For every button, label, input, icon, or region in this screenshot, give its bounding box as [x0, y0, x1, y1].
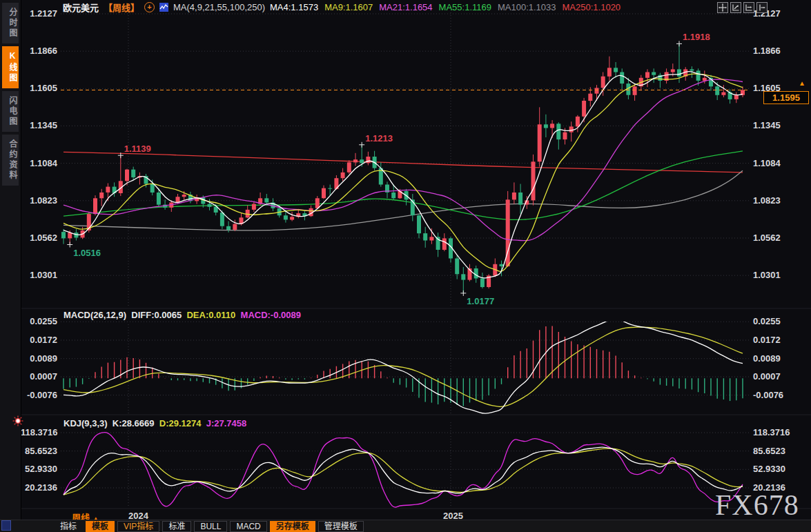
- sidebar-tab-3[interactable]: 闪电图: [2, 91, 19, 132]
- price-axis-label: 1.0562: [21, 233, 57, 243]
- price-axis-label: 1.1084: [753, 158, 781, 168]
- kdj-j-value: J:27.7458: [206, 418, 247, 428]
- macd-axis-label: -0.0076: [753, 390, 783, 400]
- mini-chart-icon: [159, 3, 168, 12]
- ma-value: MA9:1.1607: [324, 2, 373, 12]
- sidebar-tab-4[interactable]: 合约资料: [2, 135, 19, 186]
- current-price-tag: 1.1595: [763, 91, 809, 104]
- chart-canvas[interactable]: [0, 0, 811, 514]
- macd-axis-label: 0.0007: [753, 371, 781, 382]
- macd-macd-value: MACD:-0.0089: [241, 310, 301, 320]
- bottom-tab[interactable]: BULL: [194, 521, 227, 532]
- price-axis-label: 1.0301: [753, 270, 781, 280]
- kdj-axis-label: 118.3716: [753, 427, 790, 437]
- price-annotation: 1.0177: [467, 296, 494, 306]
- ma-value: MA21:1.1654: [379, 2, 432, 12]
- timeframe-label: 【周线】: [104, 1, 139, 14]
- macd-axis-label: 0.0255: [21, 316, 57, 326]
- ma-value: MA55:1.1169: [439, 2, 491, 12]
- move-price-line-icon[interactable]: [756, 2, 768, 13]
- macd-axis-label: -0.0076: [21, 390, 57, 400]
- add-indicator-icon[interactable]: +: [144, 2, 155, 12]
- chart-application: 分时图K线图闪电图合约资料 欧元美元 【周线】 + MA(4,9,21,55,1…: [0, 0, 811, 532]
- price-annotation: 1.1918: [683, 32, 710, 42]
- macd-axis-label: 0.0089: [21, 353, 57, 364]
- ma-value: MA250:1.1020: [563, 2, 621, 12]
- ma-value: MA4:1.1573: [270, 2, 318, 12]
- macd-title: MACD(26,12,9): [63, 310, 126, 320]
- price-axis-label: 1.1866: [753, 46, 781, 56]
- price-axis-label: 1.1866: [21, 46, 57, 56]
- price-axis-label: 1.1345: [21, 120, 57, 130]
- price-axis-label: 1.0301: [21, 270, 57, 280]
- kdj-d-value: D:29.1274: [159, 418, 202, 428]
- price-axis-label: 1.1084: [21, 158, 57, 168]
- kdj-axis-label: 118.3716: [21, 427, 57, 437]
- macd-axis-label: 0.0089: [753, 353, 781, 364]
- bottom-tab[interactable]: 另存模板: [270, 521, 315, 532]
- bottom-tab[interactable]: VIP指标: [117, 521, 159, 532]
- price-annotation: 1.1139: [124, 144, 151, 154]
- bottom-tab[interactable]: 管理模板: [318, 521, 364, 532]
- kdj-axis-label: 85.6523: [753, 446, 785, 456]
- chart-header: 欧元美元 【周线】 + MA(4,9,21,55,100,250) MA4:1.…: [63, 1, 627, 13]
- sidebar: 分时图K线图闪电图合约资料: [0, 0, 21, 532]
- price-annotation: 1.1213: [365, 133, 393, 144]
- pane-toolbar: [717, 2, 768, 13]
- kdj-axis-label: 20.2136: [21, 482, 57, 493]
- ma-value: MA100:1.1033: [498, 2, 556, 12]
- ma-values: MA4:1.1573MA9:1.1607MA21:1.1654MA55:1.11…: [270, 2, 627, 12]
- kdj-axis-label: 52.9330: [21, 464, 57, 474]
- price-axis-label: 1.1605: [21, 83, 57, 93]
- watermark: FX678: [715, 489, 799, 522]
- scale-x-axis-icon[interactable]: [743, 2, 754, 13]
- kdj-panel-header: KDJ(9,3,3) K:28.6669 D:29.1274 J:27.7458: [63, 418, 246, 428]
- kdj-axis-label: 52.9330: [753, 464, 785, 474]
- price-annotation: 1.0516: [73, 248, 101, 258]
- price-arrow-icon: ▲: [799, 79, 805, 87]
- sidebar-tab-1[interactable]: 分时图: [2, 3, 19, 43]
- price-axis-label: 1.0823: [753, 195, 781, 206]
- bottom-tab[interactable]: 指标: [54, 521, 83, 532]
- bottom-tab[interactable]: MACD: [230, 521, 266, 532]
- macd-panel-header: MACD(26,12,9) DIFF:0.0065 DEA:0.0110 MAC…: [63, 310, 301, 320]
- macd-axis-label: 0.0172: [21, 335, 57, 345]
- kdj-title: KDJ(9,3,3): [63, 418, 108, 428]
- bottom-tabbar: 指标模板VIP指标标准BULLMACD另存模板管理模板: [0, 520, 811, 532]
- price-axis-label: 1.2127: [21, 8, 57, 19]
- kdj-k-value: K:28.6669: [113, 418, 155, 428]
- kdj-axis-label: 85.6523: [21, 446, 57, 456]
- macd-dea-value: DEA:0.0110: [186, 310, 235, 320]
- macd-axis-label: 0.0172: [753, 335, 781, 345]
- bottom-tab[interactable]: 标准: [162, 521, 191, 532]
- scale-y-axis-icon[interactable]: [730, 2, 741, 13]
- bottom-tab[interactable]: 模板: [86, 521, 115, 532]
- price-axis-label: 1.0823: [21, 195, 57, 206]
- price-axis-label: 1.0562: [753, 233, 781, 243]
- sidebar-tab-2[interactable]: K线图: [2, 46, 19, 88]
- corner-icon[interactable]: [1, 520, 11, 531]
- crosshair-move-icon[interactable]: [717, 2, 728, 13]
- macd-axis-label: 0.0255: [753, 316, 781, 326]
- alarm-icon[interactable]: [12, 415, 23, 426]
- symbol-name: 欧元美元: [63, 1, 99, 14]
- macd-diff-value: DIFF:0.0065: [131, 310, 182, 320]
- macd-axis-label: 0.0007: [21, 371, 57, 382]
- ma-settings-label: MA(4,9,21,55,100,250): [173, 2, 265, 12]
- price-axis-label: 1.1345: [753, 120, 781, 130]
